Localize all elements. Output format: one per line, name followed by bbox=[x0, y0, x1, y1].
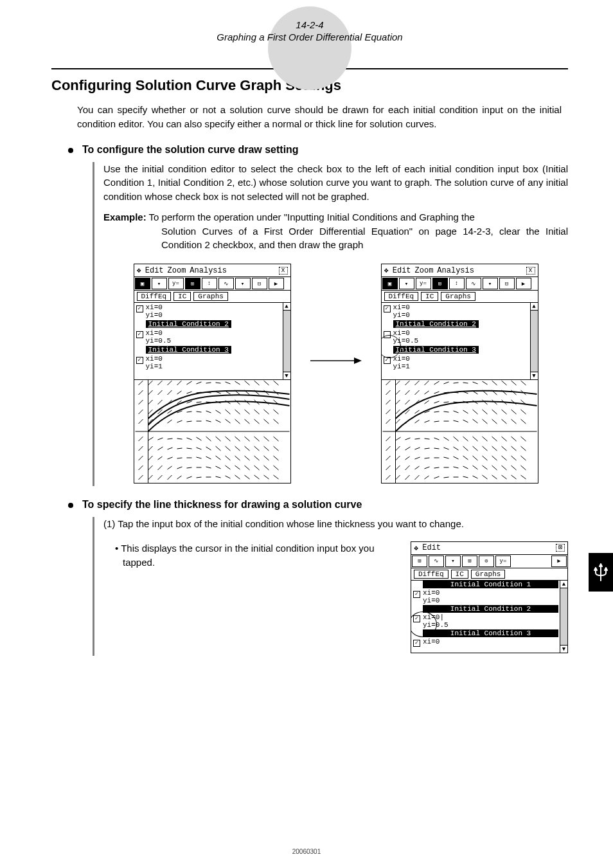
tab-ic[interactable]: IC bbox=[451, 570, 468, 579]
close-icon[interactable]: x bbox=[279, 267, 288, 275]
menu-analysis[interactable]: Analysis bbox=[437, 266, 474, 275]
cond2-yi[interactable]: yi=0.5 bbox=[423, 621, 449, 629]
menu-edit[interactable]: Edit bbox=[422, 543, 441, 552]
svg-line-8 bbox=[196, 477, 201, 478]
tool-icon[interactable]: ⊟ bbox=[252, 278, 267, 289]
cond2-xi[interactable]: xi=0 bbox=[146, 329, 172, 337]
tool-icon[interactable]: ▾ bbox=[152, 278, 167, 289]
tool-more-icon[interactable]: ▶ bbox=[516, 278, 531, 289]
svg-line-226 bbox=[482, 437, 487, 441]
tab-graphs[interactable]: Graphs bbox=[193, 292, 228, 301]
tool-icon[interactable]: ∿ bbox=[466, 278, 481, 289]
svg-line-40 bbox=[215, 456, 220, 460]
scroll-bar[interactable]: ▲ ▼ bbox=[530, 303, 538, 379]
cond3-checkbox[interactable]: ✓ bbox=[384, 357, 391, 364]
tool-icon[interactable]: ▾ bbox=[445, 556, 461, 567]
tool-icon[interactable]: ↕ bbox=[449, 278, 465, 289]
tool-icon[interactable]: ⊞ bbox=[185, 278, 200, 289]
cond1-yi[interactable]: yi=0 bbox=[393, 311, 410, 319]
scroll-down-icon[interactable]: ▼ bbox=[560, 645, 567, 653]
menu-edit[interactable]: Edit bbox=[145, 266, 164, 275]
trident-icon bbox=[593, 563, 609, 582]
svg-line-167 bbox=[492, 475, 497, 479]
cond1-xi[interactable]: xi=0 bbox=[146, 303, 163, 311]
cond1-yi[interactable]: yi=0 bbox=[423, 597, 440, 604]
tab-diffeq[interactable]: DiffEq bbox=[137, 292, 172, 301]
tool-icon[interactable]: ⊙ bbox=[479, 556, 494, 567]
tool-more-icon[interactable]: ▶ bbox=[551, 556, 567, 567]
tab-graphs[interactable]: Graphs bbox=[441, 292, 475, 301]
svg-line-239 bbox=[463, 420, 468, 422]
cond2-checkbox[interactable]: ✓ bbox=[136, 331, 143, 338]
svg-line-99 bbox=[206, 411, 211, 413]
tool-icon[interactable]: ∿ bbox=[218, 278, 234, 289]
cond3-yi[interactable]: yi=1 bbox=[393, 363, 410, 370]
tab-ic[interactable]: IC bbox=[173, 292, 191, 301]
svg-line-25 bbox=[215, 466, 220, 469]
tool-icon[interactable]: y= bbox=[416, 278, 431, 289]
scroll-bar[interactable]: ▲ ▼ bbox=[283, 303, 290, 379]
cond1-checkbox[interactable]: ✓ bbox=[384, 305, 391, 312]
svg-line-249 bbox=[414, 410, 419, 413]
cond3-xi[interactable]: xi=0 bbox=[423, 638, 440, 646]
scroll-up-icon[interactable]: ▲ bbox=[531, 303, 538, 311]
svg-line-201 bbox=[386, 446, 390, 451]
svg-line-279 bbox=[414, 390, 419, 395]
svg-line-135 bbox=[263, 390, 269, 395]
tool-icon[interactable]: ⊞ bbox=[462, 556, 477, 567]
cond3-xi[interactable]: xi=0 bbox=[393, 355, 410, 363]
tool-icon[interactable]: ⊞ bbox=[432, 278, 448, 289]
svg-line-57 bbox=[235, 446, 240, 451]
cond3-xi[interactable]: xi=0 bbox=[146, 355, 163, 363]
cond1-xi[interactable]: xi=0 bbox=[423, 589, 440, 597]
tool-icon[interactable]: ▣ bbox=[382, 278, 398, 289]
tab-diffeq[interactable]: DiffEq bbox=[384, 292, 419, 301]
cond1-checkbox[interactable]: ✓ bbox=[136, 305, 143, 312]
menu-edit[interactable]: Edit bbox=[393, 266, 411, 275]
svg-line-156 bbox=[386, 475, 390, 480]
svg-line-71 bbox=[225, 437, 230, 441]
scroll-up-icon[interactable]: ▲ bbox=[283, 303, 290, 311]
cond3-checkbox[interactable]: ✓ bbox=[413, 640, 420, 647]
svg-line-60 bbox=[263, 446, 269, 451]
svg-line-80 bbox=[167, 420, 172, 423]
cond2-xi[interactable]: xi=0| bbox=[423, 613, 449, 621]
tab-graphs[interactable]: Graphs bbox=[471, 570, 506, 579]
tool-icon[interactable]: ▾ bbox=[235, 278, 251, 289]
tool-more-icon[interactable]: ▶ bbox=[269, 278, 284, 289]
cond1-xi[interactable]: xi=0 bbox=[393, 303, 410, 311]
cond3-checkbox[interactable]: ✓ bbox=[136, 357, 143, 364]
menu-analysis[interactable]: Analysis bbox=[190, 266, 227, 275]
scroll-down-icon[interactable]: ▼ bbox=[531, 372, 538, 379]
scroll-bar[interactable]: ▲ ▼ bbox=[560, 581, 567, 653]
svg-line-84 bbox=[206, 420, 211, 422]
cond2-yi[interactable]: yi=0.5 bbox=[146, 337, 172, 345]
svg-line-256 bbox=[482, 410, 487, 414]
tool-icon[interactable]: y= bbox=[495, 556, 511, 567]
tool-icon[interactable]: ▾ bbox=[483, 278, 498, 289]
scroll-down-icon[interactable]: ▼ bbox=[283, 372, 290, 379]
cond3-yi[interactable]: yi=1 bbox=[146, 363, 163, 370]
cond1-checkbox[interactable]: ✓ bbox=[413, 591, 420, 598]
close-icon[interactable]: x bbox=[526, 267, 535, 275]
tool-icon[interactable]: ⊞ bbox=[412, 556, 427, 567]
menu-zoom[interactable]: Zoom bbox=[168, 266, 186, 275]
tool-icon[interactable]: y= bbox=[168, 278, 184, 289]
cond2-separator: Initial Condition 2 bbox=[393, 320, 479, 328]
cond1-yi[interactable]: yi=0 bbox=[146, 311, 163, 319]
svg-line-144 bbox=[206, 383, 211, 383]
close-icon[interactable]: ⊠ bbox=[556, 544, 565, 552]
menu-zoom[interactable]: Zoom bbox=[415, 266, 434, 275]
tab-diffeq[interactable]: DiffEq bbox=[414, 570, 449, 579]
cond2-xi[interactable]: xi=0 bbox=[393, 329, 419, 337]
tool-icon[interactable]: ∿ bbox=[429, 556, 444, 567]
tool-icon[interactable]: ⊟ bbox=[499, 278, 515, 289]
cond2-checkbox[interactable]: ✓ bbox=[413, 615, 420, 622]
tool-icon[interactable]: ▾ bbox=[399, 278, 414, 289]
tool-icon[interactable]: ↕ bbox=[202, 278, 217, 289]
cond2-checkbox-unchecked[interactable] bbox=[384, 331, 391, 338]
scroll-up-icon[interactable]: ▲ bbox=[560, 581, 567, 588]
tool-icon[interactable]: ▣ bbox=[135, 278, 150, 289]
tab-ic[interactable]: IC bbox=[421, 292, 438, 301]
cond2-yi[interactable]: yi=0.5 bbox=[393, 337, 419, 345]
